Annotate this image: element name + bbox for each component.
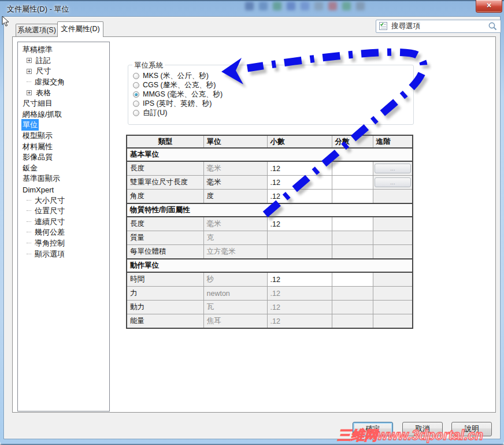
radio-label: CGS (釐米、公克、秒) <box>143 80 216 90</box>
table-header-cell: 類型 <box>127 135 203 148</box>
fraction-cell[interactable] <box>332 272 373 287</box>
tree-item[interactable]: 幾何公差 <box>18 227 109 238</box>
tree-item[interactable]: +註記 <box>18 55 109 66</box>
tree-item[interactable]: +表格 <box>18 87 109 98</box>
tab-system-options[interactable]: 系統選項(S) <box>16 24 58 36</box>
tree-item-label: 單位 <box>21 119 39 131</box>
fraction-cell[interactable] <box>332 161 373 176</box>
tree-item[interactable]: 模型顯示 <box>18 131 109 142</box>
tree-item-label: 尺寸 <box>35 65 52 77</box>
tree-item-label: 顯示選項 <box>34 249 66 260</box>
decimal-cell[interactable]: .12 <box>267 272 332 287</box>
search-options-icon <box>379 22 388 31</box>
table-header-row: 類型單位小數分數進階 <box>127 135 413 148</box>
tree-item[interactable]: 材料屬性 <box>18 141 109 152</box>
table-row: 每單位體積立方毫米 <box>127 245 413 259</box>
unit-system-radios: MKS (米、公斤、秒)CGS (釐米、公克、秒)MMGS (毫米、公克、秒)I… <box>133 71 223 117</box>
tree-item[interactable]: 草稿標準 <box>18 44 109 55</box>
advanced-cell: ... <box>373 176 413 190</box>
tree-item[interactable]: 基準面顯示 <box>18 173 109 184</box>
table-row: 長度毫米.12 <box>127 217 413 231</box>
radio-selected-icon[interactable] <box>133 91 139 98</box>
unit-system-groupbox: 單位系統 MKS (米、公斤、秒)CGS (釐米、公克、秒)MMGS (毫米、公… <box>128 65 414 125</box>
unit-system-option[interactable]: MKS (米、公斤、秒) <box>133 71 223 80</box>
fraction-cell <box>332 301 373 314</box>
tree-item-label: 模型顯示 <box>21 130 54 142</box>
tree-item-label: 表格 <box>35 87 52 99</box>
type-cell: 時間 <box>127 272 203 287</box>
fraction-cell <box>332 287 373 301</box>
search-icon[interactable] <box>488 21 498 31</box>
decimal-cell[interactable]: .12 <box>267 161 332 176</box>
unit-system-option[interactable]: MMGS (毫米、公克、秒) <box>133 90 223 99</box>
unit-cell: 秒 <box>203 272 267 287</box>
radio-icon[interactable] <box>133 110 139 116</box>
tree-item[interactable]: 鈑金 <box>18 163 109 174</box>
decimal-cell[interactable]: .12 <box>267 217 332 231</box>
tree-item[interactable]: 位置尺寸 <box>18 206 109 217</box>
fraction-cell[interactable] <box>332 217 373 231</box>
decimal-cell[interactable]: .12 <box>267 190 332 204</box>
expand-plus-icon[interactable]: + <box>27 69 32 74</box>
table-section-row: 基本單位 <box>127 148 413 161</box>
type-cell: 動力 <box>127 301 203 314</box>
table-section-row: 動作單位 <box>127 259 413 272</box>
unit-cell[interactable]: 度 <box>203 190 267 204</box>
section-label: 基本單位 <box>127 148 413 161</box>
tree-item[interactable]: DimXpert <box>18 184 109 195</box>
unit-system-label: 單位系統 <box>132 61 165 71</box>
tree-item-label: 連續尺寸 <box>34 216 66 228</box>
more-options-button[interactable]: ... <box>375 164 412 173</box>
table-row: 力newton.12 <box>127 287 413 301</box>
unit-cell: 瓦 <box>203 301 267 314</box>
type-cell: 力 <box>127 287 203 301</box>
advanced-cell <box>373 190 413 204</box>
tree-connector <box>27 81 31 83</box>
radio-icon[interactable] <box>133 82 139 88</box>
tree-item[interactable]: 連續尺寸 <box>18 217 109 228</box>
table-section-row: 物質特性/剖面屬性 <box>127 203 413 217</box>
unit-system-option[interactable]: CGS (釐米、公克、秒) <box>133 80 223 90</box>
tree-item-label: 註記 <box>35 55 52 66</box>
fraction-cell[interactable] <box>332 176 373 190</box>
table-row: 角度度.12 <box>127 190 413 204</box>
search-input[interactable]: 搜尋選項 <box>391 21 485 31</box>
table-row: 長度毫米.12... <box>127 161 413 176</box>
unit-system-option[interactable]: IPS (英吋、英鎊、秒) <box>133 99 223 108</box>
type-cell: 角度 <box>127 190 203 204</box>
radio-icon[interactable] <box>133 73 139 79</box>
units-table-body: 類型單位小數分數進階基本單位長度毫米.12...雙重單位尺寸長度毫米.12...… <box>127 135 413 328</box>
tree-item[interactable]: 虛擬交角 <box>18 77 109 88</box>
tree-item-label: 網格線/抓取 <box>21 109 64 120</box>
tree-item-label: 影像品質 <box>21 151 54 163</box>
decimal-cell[interactable]: .12 <box>267 176 332 190</box>
more-options-button[interactable]: ... <box>375 177 412 187</box>
tree-connector <box>27 254 31 255</box>
tree-item[interactable]: 導角控制 <box>18 238 109 249</box>
table-row: 動力瓦.12 <box>127 301 413 314</box>
tree-item[interactable]: 影像品質 <box>18 152 109 163</box>
radio-icon[interactable] <box>133 101 139 107</box>
tree-item[interactable]: 尺寸細目 <box>18 98 109 109</box>
expand-plus-icon[interactable]: + <box>27 90 32 95</box>
unit-cell[interactable]: 毫米 <box>203 176 267 190</box>
tree-connector <box>27 200 31 201</box>
tree-item[interactable]: 顯示選項 <box>18 249 109 259</box>
expand-plus-icon[interactable]: + <box>27 58 32 63</box>
tree-item[interactable]: 網格線/抓取 <box>18 109 109 120</box>
fraction-cell[interactable] <box>332 190 373 204</box>
tree-item[interactable]: 大小尺寸 <box>18 195 109 206</box>
tree-item[interactable]: 單位 <box>18 120 109 131</box>
radio-label: MMGS (毫米、公克、秒) <box>143 90 223 99</box>
tree-connector <box>27 210 31 212</box>
tree-connector <box>27 221 31 222</box>
unit-system-option[interactable]: 自訂(U) <box>133 108 223 117</box>
unit-cell: 立方毫米 <box>203 245 267 259</box>
unit-cell: 毫米 <box>203 161 267 176</box>
units-table: 類型單位小數分數進階基本單位長度毫米.12...雙重單位尺寸長度毫米.12...… <box>126 135 413 329</box>
tab-document-properties[interactable]: 文件屬性(D) <box>57 21 103 37</box>
search-options-box[interactable]: 搜尋選項 <box>376 20 501 33</box>
close-button[interactable]: × <box>476 0 502 13</box>
tree-item[interactable]: +尺寸 <box>18 66 109 77</box>
tree-item-label: 幾何公差 <box>34 227 66 238</box>
